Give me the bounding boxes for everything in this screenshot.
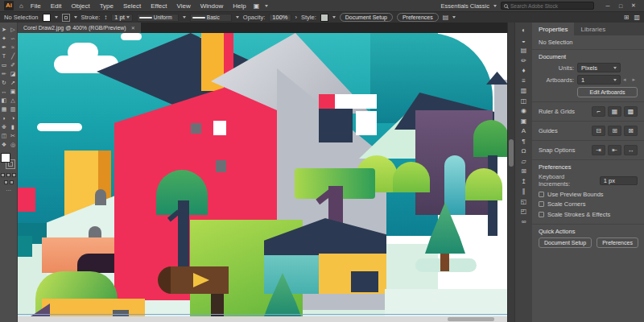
mesh-tool[interactable]: ▦: [0, 105, 8, 114]
free-transform-tool[interactable]: ▣: [9, 88, 17, 96]
menu-item-effect[interactable]: Effect: [149, 2, 168, 10]
chevron-down-icon[interactable]: [452, 16, 456, 19]
gradient-button[interactable]: [6, 173, 10, 177]
menu-item-type[interactable]: Type: [98, 2, 115, 10]
close-button[interactable]: ✕: [627, 1, 640, 11]
align-icon[interactable]: ∥: [518, 188, 529, 196]
menu-item-select[interactable]: Select: [122, 2, 142, 10]
layers-icon[interactable]: ▱: [518, 158, 529, 166]
columns-icon[interactable]: ▥: [634, 14, 640, 21]
color-guide-icon[interactable]: ◒: [518, 37, 529, 45]
lasso-tool[interactable]: ∽: [9, 35, 17, 43]
type-tool[interactable]: T: [0, 52, 8, 60]
grid-icon[interactable]: ▦: [608, 106, 621, 117]
arrange-documents-icon[interactable]: ⊞: [624, 14, 630, 21]
asset-export-icon[interactable]: ↥: [518, 178, 529, 186]
menu-item-edit[interactable]: Edit: [49, 2, 64, 10]
menu-item-object[interactable]: Object: [70, 2, 92, 10]
checkbox[interactable]: [539, 212, 544, 217]
chevron-down-icon[interactable]: [183, 16, 186, 19]
smart-guides-icon[interactable]: ⊠: [624, 126, 638, 136]
style-swatch[interactable]: [320, 14, 328, 22]
width-profile-select[interactable]: Uniform: [137, 14, 179, 22]
symbols-icon[interactable]: ♦: [518, 67, 529, 75]
gradient-tool[interactable]: ▥: [9, 105, 17, 114]
appearance-icon[interactable]: ◉: [518, 107, 529, 115]
horizontal-scroll-thumb[interactable]: [448, 317, 494, 321]
eraser-tool[interactable]: ◪: [9, 70, 17, 78]
ruler-icon[interactable]: ⌐: [592, 106, 605, 117]
transparency-grid-icon[interactable]: ▩: [624, 106, 638, 117]
vertical-scroll-thumb[interactable]: [509, 139, 514, 167]
curvature-tool[interactable]: ≈: [9, 43, 17, 52]
panel-menu-icon[interactable]: ▤: [443, 14, 449, 21]
quick-document-setup-button[interactable]: Document Setup: [539, 237, 592, 248]
paragraph-icon[interactable]: ¶: [518, 138, 529, 146]
chevron-down-icon[interactable]: [332, 16, 336, 19]
links-icon[interactable]: ∞: [518, 218, 529, 226]
brushes-icon[interactable]: ✏: [518, 57, 529, 65]
symbol-sprayer-tool[interactable]: ❉: [0, 123, 8, 131]
pen-tool[interactable]: ✒: [0, 43, 8, 52]
artboard-canvas[interactable]: [18, 33, 507, 316]
snap-to-pixel-icon[interactable]: ⇤: [608, 145, 621, 155]
gradient-icon[interactable]: ▥: [518, 87, 529, 95]
search-input[interactable]: [510, 3, 591, 9]
zoom-tool[interactable]: ◎: [9, 141, 17, 149]
stroke-icon[interactable]: ≡: [518, 77, 529, 85]
opacity-field[interactable]: 100%: [269, 14, 291, 22]
artboard-tool[interactable]: ◫: [0, 132, 8, 140]
preferences-button[interactable]: Preferences: [397, 13, 439, 22]
perspective-grid-tool[interactable]: △: [9, 97, 17, 105]
character-icon[interactable]: A: [518, 127, 529, 135]
swatches-icon[interactable]: ▤: [518, 47, 529, 55]
pencil-tool[interactable]: ✏: [0, 70, 8, 78]
show-guides-icon[interactable]: ⊟: [592, 126, 605, 136]
minimize-button[interactable]: ─: [601, 1, 614, 11]
magic-wand-tool[interactable]: ✦: [0, 35, 8, 43]
checkbox[interactable]: [539, 192, 544, 197]
slice-tool[interactable]: ✂: [9, 132, 17, 140]
width-tool[interactable]: ↔: [0, 88, 8, 96]
none-button[interactable]: [12, 173, 16, 177]
hand-tool[interactable]: ❖: [0, 141, 8, 149]
snap-to-grid-icon[interactable]: ⇥: [592, 145, 605, 155]
stroke-stepper[interactable]: ↕: [104, 14, 107, 21]
edit-artboards-button[interactable]: Edit Artboards: [577, 87, 638, 97]
transparency-icon[interactable]: ◫: [518, 97, 529, 105]
tab-libraries[interactable]: Libraries: [574, 23, 612, 35]
chevron-down-icon[interactable]: [74, 16, 77, 19]
units-select[interactable]: Pixels: [577, 63, 621, 72]
fill-proxy-swatch[interactable]: [1, 153, 10, 163]
stroke-weight-field[interactable]: 1 pt: [111, 14, 133, 22]
fill-color-swatch[interactable]: [43, 14, 51, 22]
artboard-nav-arrows[interactable]: ◂ ▸: [623, 76, 638, 83]
workspace-label[interactable]: Essentials Classic: [441, 2, 489, 10]
glyphs-icon[interactable]: Ω: [518, 147, 529, 155]
document-tab[interactable]: Corel Draw2.jpg @ 400% (RGB/Preview) ✕: [18, 23, 141, 33]
draw-normal-icon[interactable]: [4, 180, 8, 184]
navigator-icon[interactable]: ◰: [518, 208, 529, 216]
shape-builder-tool[interactable]: ◧: [0, 97, 8, 105]
horizontal-scrollbar[interactable]: [18, 316, 507, 322]
blend-tool[interactable]: ◑: [9, 114, 17, 122]
paintbrush-tool[interactable]: ✐: [9, 61, 17, 69]
vertical-scrollbar[interactable]: [507, 23, 514, 322]
screen-mode-icon[interactable]: [10, 180, 14, 184]
tab-properties[interactable]: Properties: [532, 23, 574, 35]
selection-tool[interactable]: ➤: [0, 26, 8, 34]
app-logo[interactable]: Ai: [4, 1, 14, 10]
edit-toolbar-ellipsis[interactable]: ⋯: [0, 188, 17, 194]
snap-to-point-icon[interactable]: ↔: [624, 145, 638, 155]
checkbox[interactable]: [539, 201, 544, 207]
home-icon[interactable]: ⌂: [19, 2, 23, 10]
menu-item-help[interactable]: Help: [231, 2, 247, 10]
chevron-down-icon[interactable]: [55, 16, 58, 19]
keyboard-increments-input[interactable]: 1 px: [600, 176, 638, 185]
column-graph-tool[interactable]: ▮: [9, 123, 17, 131]
pathfinder-icon[interactable]: ◱: [518, 198, 529, 206]
workspace-switcher-icon[interactable]: ▣: [254, 2, 260, 10]
menu-item-view[interactable]: View: [175, 2, 192, 10]
direct-selection-tool[interactable]: ▷: [9, 26, 17, 34]
graphic-styles-icon[interactable]: ▣: [518, 118, 529, 126]
